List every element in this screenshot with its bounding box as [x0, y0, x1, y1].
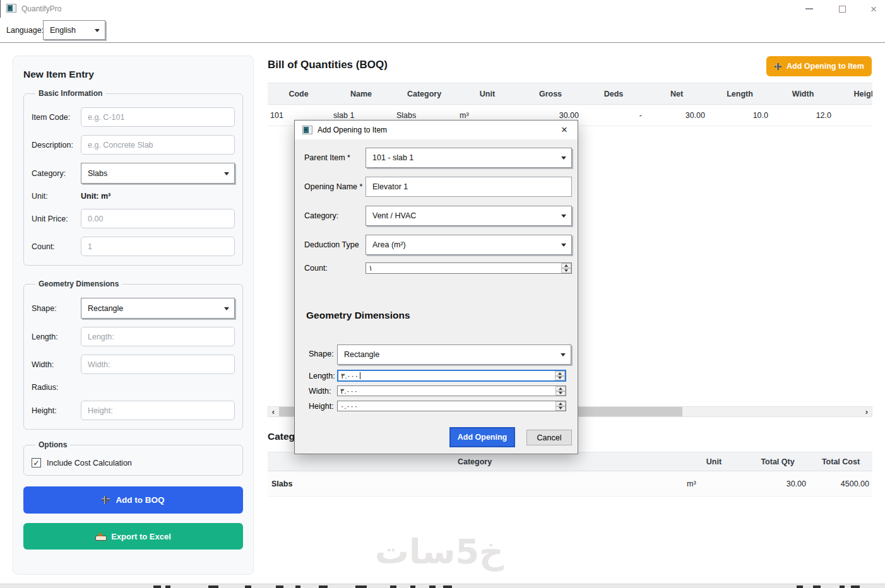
item-code-input[interactable]	[81, 107, 235, 127]
spin-down-button[interactable]	[561, 268, 571, 273]
unit-value: Unit: m³	[81, 192, 110, 201]
chevron-down-icon	[561, 156, 566, 160]
unit-price-input[interactable]	[81, 209, 235, 228]
length-input[interactable]	[81, 327, 235, 346]
spin-down-button[interactable]	[555, 376, 565, 381]
dialog-count-label: Count:	[304, 264, 328, 273]
taskbar-icon	[390, 585, 396, 588]
opening-name-input[interactable]: Elevator 1	[365, 177, 572, 197]
language-select[interactable]: English	[43, 20, 105, 40]
category-select[interactable]: Slabs	[81, 163, 235, 184]
boq-col-deds: Deds	[582, 90, 645, 98]
dialog-height-spinner[interactable]: ٠.٠٠٠	[337, 401, 566, 411]
dialog-geometry-title: Geometry Dimensions	[306, 310, 410, 321]
count-label: Count:	[32, 242, 81, 251]
minimize-button[interactable]	[798, 0, 821, 18]
scroll-left-icon[interactable]: ‹	[268, 407, 278, 416]
language-toolbar: Language: English	[0, 18, 885, 43]
categories-table-header: Category Unit Total Qty Total Cost	[268, 452, 872, 471]
language-label: Language:	[6, 26, 44, 35]
taskbar-icon	[208, 585, 218, 588]
basic-information-group: Basic Information Item Code: Description…	[23, 89, 243, 266]
add-opening-button[interactable]: Add Opening	[449, 427, 515, 447]
dialog-width-label: Width:	[309, 387, 331, 396]
boq-col-net: Net	[645, 90, 708, 98]
spinner-buttons	[561, 263, 571, 273]
deduction-type-selected-value: Area (m²)	[372, 240, 406, 249]
taskbar-icon	[355, 585, 367, 588]
taskbar-icon	[410, 585, 415, 588]
cell-code: 101	[268, 111, 330, 120]
arrow-down-icon	[564, 269, 568, 272]
cell-length: 10.0	[708, 111, 771, 120]
dialog-shape-select[interactable]: Rectangle	[337, 344, 571, 365]
boq-col-gross: Gross	[519, 90, 582, 98]
height-label: Height:	[32, 406, 81, 415]
taskbar-icon	[851, 585, 860, 588]
boq-title: Bill of Quantities (BOQ)	[268, 59, 388, 71]
taskbar[interactable]	[0, 584, 885, 588]
language-selected-value: English	[50, 26, 76, 35]
shape-selected-value: Rectangle	[88, 304, 123, 313]
spin-down-button[interactable]	[555, 406, 566, 411]
shape-select[interactable]: Rectangle	[81, 298, 235, 319]
opening-name-label: Opening Name *	[304, 182, 362, 191]
add-opening-to-item-button[interactable]: Add Opening to Item	[766, 56, 872, 76]
scroll-right-icon[interactable]: ›	[862, 407, 872, 416]
dialog-width-spinner[interactable]: ٣.٠٠٠	[337, 385, 566, 396]
maximize-button[interactable]	[831, 0, 853, 18]
deduction-type-label: Deduction Type	[304, 240, 359, 249]
dialog-height-label: Height:	[309, 402, 334, 411]
cell-total-cost: 4500.00	[809, 479, 872, 488]
cancel-button[interactable]: Cancel	[526, 430, 572, 445]
unit-price-label: Unit Price:	[32, 215, 81, 223]
spin-down-button[interactable]	[555, 391, 566, 396]
table-row[interactable]: Slabs m³ 30.00 4500.00	[268, 471, 872, 497]
add-opening-to-item-label: Add Opening to Item	[787, 62, 864, 71]
opening-name-value: Elevator 1	[372, 182, 408, 191]
width-input[interactable]	[81, 355, 235, 374]
unit-label: Unit:	[32, 192, 81, 201]
app-icon	[6, 4, 16, 13]
include-cost-checkbox[interactable]: ✓	[32, 458, 41, 467]
description-input[interactable]	[81, 135, 235, 155]
dialog-height-value: ٠.٠٠٠	[340, 402, 358, 411]
boq-col-length: Length	[708, 90, 771, 98]
dialog-category-select[interactable]: Vent / HVAC	[365, 206, 572, 226]
add-opening-dialog: Add Opening to Item × Parent Item * 101 …	[294, 120, 578, 454]
spin-up-button[interactable]	[555, 371, 565, 376]
parent-item-select[interactable]: 101 - slab 1	[365, 148, 572, 168]
taskbar-icon	[153, 585, 161, 588]
dialog-close-button[interactable]: ×	[551, 121, 578, 139]
spin-up-button[interactable]	[555, 386, 566, 391]
plus-icon	[102, 496, 110, 504]
taskbar-icon	[319, 585, 328, 588]
count-input[interactable]	[81, 237, 235, 256]
dialog-length-spinner[interactable]: ٣.٠٠٠	[337, 370, 566, 382]
boq-col-code: Code	[268, 90, 330, 98]
spin-up-button[interactable]	[561, 263, 571, 268]
deduction-type-select[interactable]: Area (m²)	[365, 235, 572, 255]
spinner-buttons	[555, 371, 565, 380]
close-icon: ×	[870, 4, 877, 15]
taskbar-icon	[165, 585, 170, 588]
shape-label: Shape:	[32, 304, 81, 313]
close-button[interactable]: ×	[862, 0, 885, 18]
panel-title: New Item Entry	[23, 69, 243, 80]
taskbar-icon	[797, 585, 803, 588]
height-input[interactable]	[81, 401, 235, 420]
export-to-excel-button[interactable]: Export to Excel	[23, 523, 243, 550]
dialog-count-spinner[interactable]: ١	[365, 262, 572, 274]
spin-up-button[interactable]	[555, 401, 566, 406]
window-title: QuantifyPro	[21, 4, 61, 13]
minimize-icon	[805, 8, 813, 9]
radius-label: Radius:	[32, 383, 81, 392]
taskbar-icon	[443, 585, 452, 588]
dialog-category-label: Category:	[304, 211, 338, 220]
add-to-boq-button[interactable]: Add to BOQ	[23, 486, 243, 514]
geometry-dimensions-group: Geometry Dimensions Shape: Rectangle Len…	[23, 279, 243, 430]
dialog-width-value: ٣.٠٠٠	[340, 387, 358, 396]
categories-table: Category Unit Total Qty Total Cost Slabs…	[268, 452, 872, 497]
cat-col-category: Category	[268, 457, 682, 466]
cell-unit: m³	[456, 111, 519, 120]
